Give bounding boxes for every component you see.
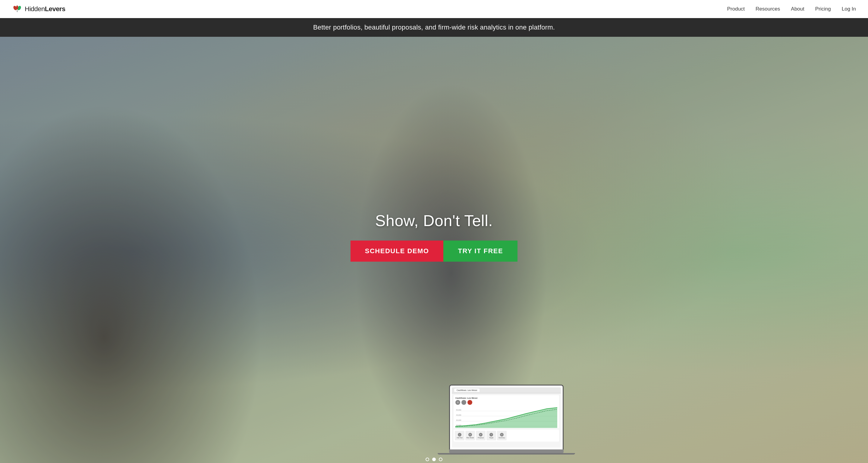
announcement-bar: Better portfolios, beautiful proposals, … [0,18,868,37]
nav-link-resources[interactable]: Resources [755,6,780,12]
hero-section: Show, Don't Tell. SCHEDULE DEMO TRY IT F… [0,37,868,463]
carousel-dot-2[interactable] [432,458,436,461]
nav-link-product[interactable]: Product [727,6,745,12]
nav-item-resources[interactable]: Resources [755,6,780,12]
try-it-free-button[interactable]: TRY IT FREE [443,241,518,261]
schedule-demo-button[interactable]: SCHEDULE DEMO [350,241,444,261]
nav-item-product[interactable]: Product [727,6,745,12]
carousel-dots [426,458,442,461]
nav-item-login[interactable]: Log In [842,6,856,12]
announcement-text: Better portfolios, beautiful proposals, … [313,24,555,31]
carousel-dot-1[interactable] [426,458,429,461]
nav-links: Product Resources About Pricing Log In [727,6,856,12]
hero-headline: Show, Don't Tell. [375,212,493,230]
nav-item-about[interactable]: About [791,6,804,12]
navbar: HiddenLevers Product Resources About Pri… [0,0,868,18]
hero-buttons: SCHEDULE DEMO TRY IT FREE [350,241,518,261]
logo-icon [12,4,22,14]
carousel-dot-3[interactable] [439,458,442,461]
hero-content: Show, Don't Tell. SCHEDULE DEMO TRY IT F… [0,37,868,463]
nav-link-pricing[interactable]: Pricing [815,6,831,12]
nav-link-login[interactable]: Log In [842,6,856,12]
logo-link[interactable]: HiddenLevers [12,4,65,14]
nav-link-about[interactable]: About [791,6,804,12]
svg-rect-3 [17,10,18,12]
logo-text: HiddenLevers [25,5,65,13]
svg-point-2 [16,5,19,10]
nav-item-pricing[interactable]: Pricing [815,6,831,12]
